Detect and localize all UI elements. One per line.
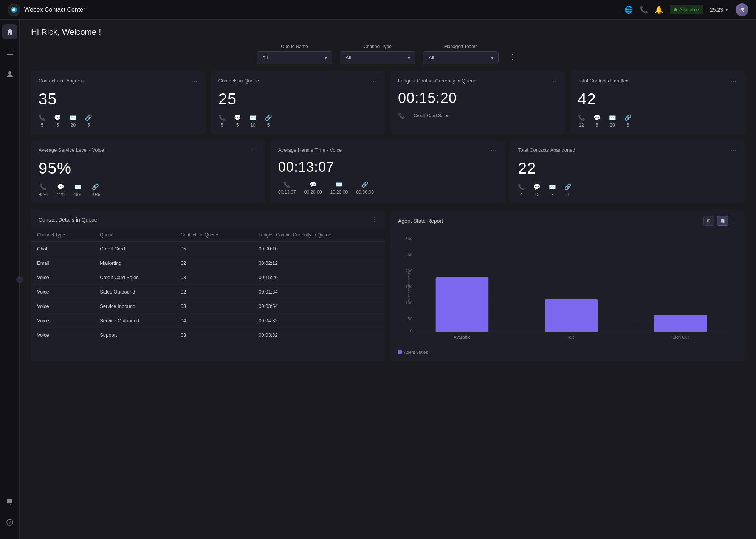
table-card-header: Contact Details in Queue ⋮ <box>31 216 385 228</box>
table-body: Chat Credit Card 05 00:00:10 Email Marke… <box>31 242 385 342</box>
card-value: 42 <box>578 90 737 108</box>
stat-email-item: ✉️ 20 <box>70 114 77 128</box>
stat-phone-item: 📞 4 <box>518 183 525 197</box>
email-stat-val: 20 <box>610 123 615 128</box>
managed-teams-select-wrapper: All <box>423 51 499 64</box>
card-menu-btn[interactable]: ⋯ <box>490 147 497 154</box>
svg-text:Idle: Idle <box>568 335 575 339</box>
table-row: Voice Support 03 00:03:32 <box>31 328 385 342</box>
globe-icon[interactable]: 🌐 <box>624 6 633 14</box>
card-total-contacts-abandoned: Total Contacts Abandoned ⋯ 22 📞 4 💬 15 ✉… <box>510 140 745 204</box>
col-header-queue: Queue <box>94 228 175 242</box>
cell-queue: Sales Outbound <box>94 285 175 299</box>
chart-menu-btn[interactable]: ⋮ <box>731 217 737 225</box>
chat-stat-icon: 💬 <box>593 114 601 121</box>
menu-icon <box>6 49 14 57</box>
sidebar-item-chat[interactable] <box>2 494 17 509</box>
cell-contacts: 05 <box>175 242 253 256</box>
card-icons-row: 📞 4 💬 15 ✉️ 2 🔗 1 <box>518 183 737 197</box>
card-menu-btn[interactable]: ⋯ <box>550 78 558 85</box>
sidebar-item-agent[interactable] <box>2 67 17 82</box>
card-contacts-in-queue: Contacts in Queue ⋯ 25 📞 5 💬 5 ✉️ 1 <box>211 71 386 135</box>
phone-stat-icon: 📞 <box>518 183 525 190</box>
col-header-contacts-in-queue: Contacts in Queue <box>175 228 253 242</box>
card-menu-btn[interactable]: ⋯ <box>191 78 198 85</box>
svg-text:?: ? <box>8 520 11 525</box>
cell-longest: 00:03:32 <box>253 328 385 342</box>
topnav: Webex Contact Center 🌐 📞 🔔 Available 25:… <box>0 0 756 20</box>
card-value: 95% <box>39 159 258 177</box>
share-stat-icon: 🔗 <box>361 181 369 188</box>
card-icons-row: 📞 5 💬 5 ✉️ 10 🔗 5 <box>218 114 378 128</box>
phone-icon[interactable]: 📞 <box>640 6 648 14</box>
card-avg-service-level: Average Service Level - Voice ⋯ 95% 📞 95… <box>31 140 265 204</box>
cell-channel: Chat <box>31 242 94 256</box>
sidebar-item-menu[interactable] <box>2 45 17 61</box>
help-icon: ? <box>6 519 14 526</box>
status-dot <box>674 8 677 11</box>
chat-stat-val: 00:20:00 <box>304 190 322 195</box>
card-menu-btn[interactable]: ⋯ <box>730 147 737 154</box>
sidebar-item-home[interactable] <box>2 24 17 39</box>
chart-bar-btn[interactable]: ▦ <box>717 216 728 226</box>
email-stat-val: 48% <box>73 192 82 197</box>
phone-stat-icon: 📞 <box>39 114 46 121</box>
cell-longest: 00:00:10 <box>253 242 385 256</box>
avatar[interactable]: R <box>736 3 748 16</box>
stat-phone-item: 📞 <box>398 112 405 119</box>
managed-teams-select[interactable]: All <box>423 51 499 64</box>
table-scroll-area[interactable]: Channel Type Queue Contacts in Queue Lon… <box>31 228 385 342</box>
svg-rect-4 <box>7 53 13 53</box>
svg-point-6 <box>8 71 11 75</box>
queue-name-select-wrapper: All <box>257 51 332 64</box>
table-card-menu-btn[interactable]: ⋮ <box>372 216 378 223</box>
email-stat-val: 10 <box>250 123 255 128</box>
cell-queue: Support <box>94 328 175 342</box>
phone-stat-val: 95% <box>39 192 48 197</box>
chart-legend: Agent States <box>398 350 737 354</box>
card-menu-btn[interactable]: ⋯ <box>730 78 737 85</box>
filters-more-button[interactable]: ⋮ <box>506 50 519 64</box>
cell-channel: Voice <box>31 328 94 342</box>
bottom-row: Contact Details in Queue ⋮ Channel Type … <box>31 209 745 361</box>
phone-stat-icon: 📞 <box>40 183 47 190</box>
channel-type-select[interactable]: All <box>340 51 415 64</box>
bell-icon[interactable]: 🔔 <box>655 6 663 14</box>
chat-stat-icon: 💬 <box>310 181 317 188</box>
svg-rect-3 <box>7 51 13 51</box>
table-row: Voice Service Inbound 03 00:03:54 <box>31 299 385 314</box>
card-menu-btn[interactable]: ⋯ <box>370 78 378 85</box>
chart-card-title: Agent State Report <box>398 218 443 224</box>
chat-icon <box>6 498 14 506</box>
queue-name-select[interactable]: All <box>257 51 332 64</box>
share-stat-val: 10% <box>91 192 100 197</box>
legend-dot <box>398 350 402 354</box>
cell-contacts: 02 <box>175 285 253 299</box>
card-menu-btn[interactable]: ⋯ <box>250 147 258 154</box>
card-header: Total Contacts Handled ⋯ <box>578 78 737 85</box>
topnav-right: 🌐 📞 🔔 Available 25:23 ▼ R <box>624 3 748 16</box>
stat-chat-item: 💬 00:20:00 <box>304 181 322 195</box>
stat-email-item: ✉️ 2 <box>549 183 556 197</box>
share-stat-icon: 🔗 <box>85 114 92 121</box>
stats-grid-row2: Average Service Level - Voice ⋯ 95% 📞 95… <box>31 140 745 204</box>
card-title: Total Contacts Handled <box>578 78 629 84</box>
sidebar-bottom: ? <box>2 494 17 534</box>
timer-chevron[interactable]: ▼ <box>725 8 729 12</box>
card-header: Average Handle Time - Voice ⋯ <box>278 147 497 154</box>
chat-stat-val: 5 <box>596 123 598 128</box>
status-badge[interactable]: Available <box>670 5 703 14</box>
phone-stat-icon: 📞 <box>578 114 585 121</box>
email-stat-icon: ✉️ <box>549 183 556 190</box>
card-value: 35 <box>39 90 198 108</box>
longest-sub-label: Credit Card Sales <box>414 113 449 118</box>
card-icons-row: 📞 Credit Card Sales <box>398 112 558 119</box>
sidebar-item-help[interactable]: ? <box>2 515 17 530</box>
card-icons-row: 📞 5 💬 5 ✉️ 20 🔗 5 <box>39 114 198 128</box>
phone-stat-val: 5 <box>41 123 43 128</box>
cell-queue: Service Inbound <box>94 299 175 314</box>
phone-stat-icon: 📞 <box>398 112 405 119</box>
stat-email-item: ✉️ 20 <box>609 114 616 128</box>
chart-grid-btn[interactable]: ⊞ <box>703 216 714 226</box>
cell-contacts: 03 <box>175 270 253 285</box>
